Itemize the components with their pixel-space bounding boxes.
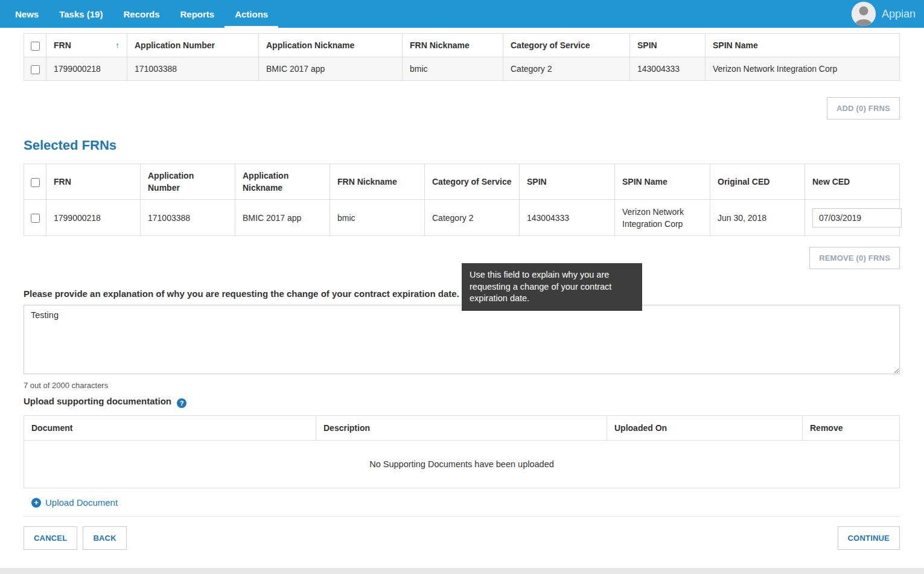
- nav-item-news[interactable]: News: [5, 0, 49, 28]
- cell-application-number: 171003388: [141, 200, 235, 236]
- documents-empty-row: No Supporting Documents have been upload…: [24, 441, 900, 488]
- select-all-available-checkbox[interactable]: [31, 42, 40, 51]
- cell-frn-nickname: bmic: [403, 57, 503, 81]
- cell-application-nickname: BMIC 2017 app: [235, 200, 330, 236]
- column-header-category-of-service[interactable]: Category of Service: [503, 34, 630, 57]
- user-name-label: Appian: [882, 8, 916, 21]
- column-header-spin[interactable]: SPIN: [630, 34, 706, 57]
- column-header-original-ced[interactable]: Original CED: [710, 164, 805, 200]
- column-header-frn[interactable]: FRN: [46, 164, 141, 200]
- column-header-frn-label: FRN: [54, 40, 71, 50]
- column-header-application-nickname[interactable]: Application Nickname: [259, 34, 403, 57]
- nav-spacer: [278, 0, 852, 28]
- nav-item-actions[interactable]: Actions: [225, 0, 278, 28]
- row-select-checkbox[interactable]: [31, 65, 40, 74]
- column-header-document: Document: [24, 416, 316, 441]
- nav-item-tasks[interactable]: Tasks (19): [49, 0, 113, 28]
- cell-frn: 1799000218: [46, 57, 127, 81]
- main-content: FRN ↑ Application Number Application Nic…: [0, 28, 924, 568]
- new-ced-input[interactable]: [812, 208, 902, 228]
- available-header-row: FRN ↑ Application Number Application Nic…: [24, 34, 900, 57]
- no-documents-message: No Supporting Documents have been upload…: [24, 441, 900, 488]
- cell-category-of-service: Category 2: [425, 200, 520, 236]
- tooltip: Use this field to explain why you are re…: [462, 263, 642, 311]
- nav-item-records[interactable]: Records: [113, 0, 170, 28]
- selected-header-row: FRN Application Number Application Nickn…: [24, 164, 900, 200]
- character-count: 7 out of 2000 characters: [24, 381, 900, 390]
- selected-table-row: 1799000218 171003388 BMIC 2017 app bmic …: [24, 200, 900, 236]
- user-avatar-icon: [852, 2, 876, 26]
- row-select-checkbox[interactable]: [31, 214, 40, 223]
- help-icon[interactable]: ?: [177, 398, 186, 408]
- column-header-frn[interactable]: FRN ↑: [46, 34, 127, 57]
- user-menu[interactable]: Appian: [852, 0, 916, 28]
- column-header-frn-nickname[interactable]: FRN Nickname: [403, 34, 503, 57]
- upload-documentation-label: Upload supporting documentation: [24, 396, 171, 406]
- column-header-frn-nickname[interactable]: FRN Nickname: [330, 164, 425, 200]
- selected-frns-heading: Selected FRNs: [24, 138, 900, 153]
- back-button[interactable]: BACK: [83, 526, 126, 550]
- column-header-uploaded-on: Uploaded On: [607, 416, 803, 441]
- nav-item-reports[interactable]: Reports: [170, 0, 225, 28]
- cell-spin: 143004333: [630, 57, 706, 81]
- add-frns-button[interactable]: ADD (0) FRNS: [827, 97, 900, 120]
- continue-button[interactable]: CONTINUE: [838, 526, 900, 550]
- column-header-application-number[interactable]: Application Number: [141, 164, 235, 200]
- explanation-textarea[interactable]: Testing: [24, 305, 900, 374]
- plus-icon: +: [31, 498, 41, 508]
- column-header-spin[interactable]: SPIN: [520, 164, 615, 200]
- upload-document-link[interactable]: Upload Document: [45, 497, 118, 508]
- top-navigation: News Tasks (19) Records Reports Actions …: [0, 0, 924, 28]
- select-all-selected-checkbox[interactable]: [31, 178, 40, 187]
- cell-original-ced: Jun 30, 2018: [710, 200, 805, 236]
- column-header-new-ced[interactable]: New CED: [805, 164, 900, 200]
- column-header-spin-name[interactable]: SPIN Name: [706, 34, 900, 57]
- column-header-remove: Remove: [803, 416, 900, 441]
- cell-new-ced: [805, 200, 900, 236]
- upload-label-row: Upload supporting documentation ?: [24, 396, 900, 408]
- documents-header-row: Document Description Uploaded On Remove: [24, 416, 900, 441]
- column-header-category-of-service[interactable]: Category of Service: [425, 164, 520, 200]
- cell-frn: 1799000218: [46, 200, 141, 236]
- cell-category-of-service: Category 2: [503, 57, 630, 81]
- cancel-button[interactable]: CANCEL: [24, 526, 77, 550]
- footer-button-row: CANCEL BACK CONTINUE: [24, 526, 900, 550]
- sort-ascending-icon[interactable]: ↑: [115, 39, 119, 51]
- cell-frn-nickname: bmic: [330, 200, 425, 236]
- cell-application-nickname: BMIC 2017 app: [259, 57, 403, 81]
- column-header-application-number[interactable]: Application Number: [127, 34, 259, 57]
- column-header-description: Description: [316, 416, 607, 441]
- column-header-application-nickname[interactable]: Application Nickname: [235, 164, 330, 200]
- cell-spin-name: Verizon Network Integration Corp: [615, 200, 710, 236]
- documents-table: Document Description Uploaded On Remove …: [24, 415, 900, 488]
- explanation-label: Please provide an explanation of why you…: [24, 289, 459, 299]
- selected-frns-table: FRN Application Number Application Nickn…: [24, 164, 900, 236]
- cell-application-number: 171003388: [127, 57, 259, 81]
- cell-spin-name: Verizon Network Integration Corp: [706, 57, 900, 81]
- available-table-row: 1799000218 171003388 BMIC 2017 app bmic …: [24, 57, 900, 81]
- remove-frns-button[interactable]: REMOVE (0) FRNS: [809, 247, 900, 269]
- page: News Tasks (19) Records Reports Actions …: [0, 0, 924, 574]
- available-frns-table: FRN ↑ Application Number Application Nic…: [24, 33, 900, 81]
- column-header-spin-name[interactable]: SPIN Name: [615, 164, 710, 200]
- cell-spin: 143004333: [520, 200, 615, 236]
- upload-document-row: + Upload Document: [24, 488, 900, 517]
